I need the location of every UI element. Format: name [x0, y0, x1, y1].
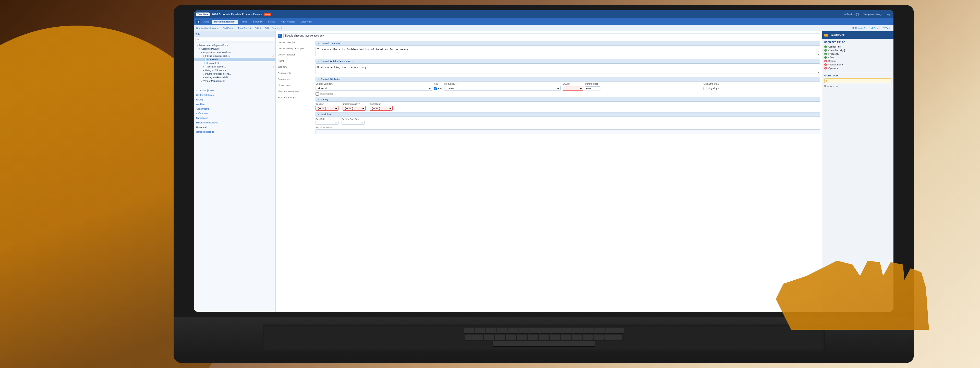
- implementation-rating: Implementation * (NONE): [342, 103, 366, 110]
- edit-btn[interactable]: Edit: [264, 27, 270, 30]
- rating-section-header[interactable]: ▼ Rating: [315, 97, 820, 102]
- teamstore-btn[interactable]: TeamStore ▼: [237, 27, 253, 30]
- nav-label-objective: Control Objective: [278, 40, 313, 46]
- tree-item-ef-system[interactable]: ● Using an EF system... ✓: [194, 69, 275, 72]
- excel-btn[interactable]: 📊 Excel: [869, 27, 880, 30]
- main-layout: Title ▼ 20x Accounts Payable Proce... ▼: [194, 31, 894, 312]
- control-activity-desc-textarea[interactable]: Double-checking invoice accuracy: [315, 65, 820, 74]
- control-activity-desc-header[interactable]: ▼ Control Activity Description *: [315, 59, 820, 64]
- control-objective-section-header[interactable]: ▼ Control Objective: [315, 41, 820, 46]
- design-label: Design *: [315, 103, 339, 105]
- design-select[interactable]: (NONE): [315, 106, 339, 110]
- nav-label-references: References: [278, 77, 313, 83]
- nav-historical-ratings[interactable]: Historical Ratings: [196, 130, 274, 134]
- tree-item-approve-pay[interactable]: ● Approve and Pay Vendor In... ⚠: [194, 51, 275, 54]
- nav-control-objective[interactable]: Control Objective: [196, 88, 274, 93]
- tree-label: Failing to catch errors i...: [205, 55, 271, 57]
- tab-document-request[interactable]: Document Request: [212, 20, 238, 24]
- recycle-bin-btn[interactable]: 🗑 Recycle Bin: [851, 27, 868, 30]
- actions-btn[interactable]: Actions ▼: [271, 27, 283, 30]
- tree-item-failing-catch[interactable]: ▼ Failing to catch errors i... ⚠: [194, 54, 275, 58]
- form-title-input[interactable]: [283, 33, 820, 38]
- tree-item-training[interactable]: ● Training of accoun... ⚠: [194, 65, 275, 69]
- key: [541, 328, 550, 333]
- tab-audit[interactable]: Audit: [201, 20, 212, 24]
- tab-schedule[interactable]: Schedule: [250, 20, 265, 24]
- tab-audit-reports[interactable]: Audit Reports: [278, 20, 298, 24]
- tree-item-invoice-test[interactable]: 📄 Invoice test: [194, 61, 275, 65]
- tree-header-label: Title: [196, 33, 200, 35]
- tree-search-input[interactable]: [196, 38, 274, 42]
- nav-references[interactable]: References: [196, 111, 274, 116]
- add-btn[interactable]: Add ▼: [254, 27, 262, 30]
- status-error-icon: ✗: [824, 60, 827, 62]
- key-checkbox-container: Key: [434, 87, 442, 90]
- tree-label: Approve and Pay Vendor In...: [203, 51, 271, 54]
- nav-historical-procedures[interactable]: Historical Procedures: [196, 120, 274, 125]
- expand-icon: ▼: [318, 98, 320, 101]
- breadcrumb-org[interactable]: Organizational Materi...: [196, 27, 220, 29]
- tree-panel: Title ▼ 20x Accounts Payable Proce... ▼: [194, 31, 276, 312]
- circle-icon: ●: [202, 76, 205, 79]
- circle-icon: ▼: [202, 55, 205, 57]
- mitigating-label: Mitigating Co...: [703, 83, 820, 85]
- key-label-text: Key: [438, 87, 442, 90]
- tree-item-accounts-payable[interactable]: ▼ Accounts Payable: [194, 47, 275, 51]
- mitigating-checkbox[interactable]: [703, 87, 707, 90]
- tree-content: ▼ 20x Accounts Payable Proce... ▼ Accoun…: [194, 42, 275, 312]
- nav-bar: ◀ Audit Document Request Profile Schedul…: [194, 18, 894, 25]
- tree-label: Accounts Payable: [201, 48, 274, 50]
- key: [550, 334, 560, 340]
- workflow-section-header[interactable]: ▼ Workflow: [315, 112, 820, 117]
- nav-workflow[interactable]: Workflow: [196, 102, 274, 107]
- collapse-left-btn[interactable]: «: [278, 34, 282, 38]
- tree-label: Training of accoun...: [205, 66, 271, 68]
- tree-item-vendor-mgmt[interactable]: ▶ Vendor Management: [194, 79, 275, 83]
- expand-icon: ▼: [318, 60, 320, 62]
- calendar-icon[interactable]: 📅: [361, 122, 363, 124]
- nav-rating[interactable]: Rating: [196, 98, 274, 102]
- new-badge: NEW: [264, 13, 271, 16]
- notifications-btn[interactable]: Notifications (0): [842, 13, 860, 16]
- tab-profile[interactable]: Profile: [239, 20, 250, 24]
- nav-control-activity[interactable]: Control Attributes: [196, 93, 274, 98]
- due-date-field: 📅: [315, 121, 339, 125]
- calendar-icon[interactable]: 📅: [335, 122, 337, 124]
- control-cost-input[interactable]: [585, 86, 600, 90]
- control-attributes-header[interactable]: ▼ Control Attributes: [315, 77, 820, 82]
- breadcrumb-audit[interactable]: Audit View: [223, 27, 233, 29]
- folder-icon: ▼: [196, 44, 199, 46]
- tree-item-paying-goods[interactable]: ● Paying for goods not re...: [194, 72, 275, 76]
- tree-item-double-check[interactable]: 📄 Double-ch... ⚠: [194, 58, 275, 61]
- time-btn[interactable]: ⏱ Time: [881, 27, 891, 30]
- tab-close-audit[interactable]: Close Audit: [298, 20, 315, 24]
- nav-assignments[interactable]: Assignments: [196, 107, 274, 111]
- nav-dimensions[interactable]: Dimensions: [196, 116, 274, 120]
- rating-row: Design * (NONE) Implementation * (N: [315, 103, 820, 110]
- help-btn[interactable]: Help: [885, 13, 891, 16]
- tree-header: Title: [194, 31, 275, 37]
- smartcheck-icon: ✓: [824, 34, 828, 37]
- key-checkbox[interactable]: [434, 87, 437, 90]
- control-objective-textarea[interactable]: To ensure there is Double-checking of in…: [315, 47, 820, 56]
- tab-survey[interactable]: Survey: [266, 20, 278, 24]
- tree-item-accounts-payable-process[interactable]: ▼ 20x Accounts Payable Proce...: [194, 43, 275, 47]
- control-category-select[interactable]: Financial: [315, 86, 432, 91]
- workflow-dates-row: Due Date 📅 Review Due Date: [315, 118, 820, 125]
- folder-icon: ▼: [198, 48, 200, 50]
- implementation-select[interactable]: (NONE): [342, 106, 366, 110]
- status-ok-icon: ✓: [824, 49, 827, 52]
- key: [464, 328, 474, 333]
- frequency-select[interactable]: Transac...: [444, 86, 561, 91]
- cawr-select[interactable]: [563, 86, 583, 91]
- key: [530, 328, 540, 333]
- nav-history-btn[interactable]: Navigation History: [862, 13, 883, 16]
- circle-icon: ●: [202, 66, 205, 68]
- document-icon: 📄: [204, 58, 207, 61]
- key: [539, 334, 549, 340]
- section-label: Control Attributes: [321, 78, 340, 80]
- external-rel-checkbox[interactable]: [315, 92, 319, 96]
- operation-select[interactable]: (NONE): [370, 106, 393, 110]
- tree-item-failing-available[interactable]: ● Failing to take availabl...: [194, 76, 275, 79]
- back-button[interactable]: ◀: [196, 20, 200, 24]
